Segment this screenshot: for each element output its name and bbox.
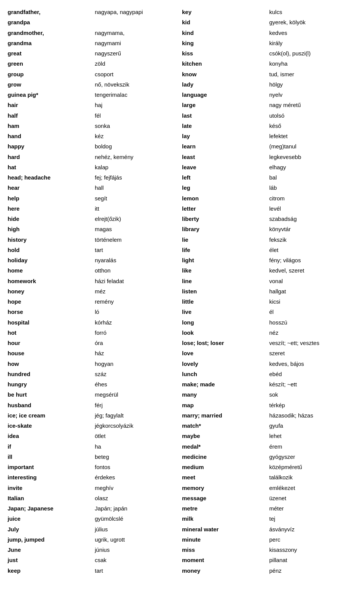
entry-hu2-5: konyha [269, 58, 356, 69]
entry-en-41: idea [8, 431, 95, 441]
entry-en2-29: live [182, 307, 269, 317]
entry-en-51: jump, jumped [8, 534, 95, 545]
entry-en2-36: make; made [182, 379, 269, 389]
entry-en-37: be hurt [8, 389, 95, 400]
entry-hu-34: hogyan [95, 359, 182, 369]
entry-en2-42: medal* [182, 441, 269, 452]
entry-hu2-14: legkevesebb [269, 152, 356, 162]
entry-en2-21: library [182, 224, 269, 234]
entry-en-0: grandfather, [8, 7, 95, 17]
entry-hu-9: haj [95, 100, 182, 110]
entry-en-10: half [8, 110, 95, 121]
entry-hu2-47: üzenet [269, 493, 356, 503]
entry-hu2-20: szabadság [269, 214, 356, 224]
entry-hu-30: kórház [95, 317, 182, 328]
entry-hu2-35: ebéd [269, 369, 356, 379]
entry-en2-23: life [182, 245, 269, 255]
entry-hu2-2: kedves [269, 28, 356, 38]
entry-en-35: hundred [8, 369, 95, 379]
entry-en2-39: marry; married [182, 410, 269, 421]
entry-en-4: great [8, 48, 95, 58]
entry-hu-21: magas [95, 224, 182, 234]
entry-en2-44: medium [182, 462, 269, 472]
entry-en-3: grandma [8, 38, 95, 48]
entry-hu-40: jégkorcsolyázik [95, 421, 182, 431]
dictionary-grid: grandfather,nagyapa, nagypapikeykulcsgra… [8, 7, 356, 576]
entry-en2-13: learn [182, 141, 269, 151]
entry-hu2-32: veszít; ~ett; vesztes [269, 338, 356, 348]
entry-hu2-46: emlékezet [269, 483, 356, 493]
entry-hu-37: megsérül [95, 389, 182, 400]
entry-hu2-9: nagy méretű [269, 100, 356, 110]
entry-hu2-10: utolsó [269, 110, 356, 121]
entry-hu-13: boldog [95, 141, 182, 151]
entry-hu2-34: kedves, bájos [269, 359, 356, 369]
entry-en-47: Italian [8, 493, 95, 503]
entry-en2-51: minute [182, 534, 269, 545]
entry-en2-9: large [182, 100, 269, 110]
entry-en-49: juice [8, 514, 95, 524]
entry-en2-31: look [182, 328, 269, 338]
entry-en2-11: late [182, 121, 269, 131]
entry-en-38: husband [8, 400, 95, 410]
entry-en-30: hospital [8, 317, 95, 328]
entry-hu-54: tart [95, 565, 182, 576]
entry-en-5: green [8, 58, 95, 69]
entry-en2-12: lay [182, 131, 269, 141]
entry-en-45: interesting [8, 472, 95, 482]
entry-hu2-22: fekszik [269, 235, 356, 245]
entry-hu-18: segít [95, 193, 182, 203]
entry-en2-19: letter [182, 203, 269, 214]
entry-en-54: keep [8, 565, 95, 576]
entry-en-9: hair [8, 100, 95, 110]
entry-en2-38: map [182, 400, 269, 410]
entry-en2-27: listen [182, 286, 269, 296]
entry-en2-34: lovely [182, 359, 269, 369]
entry-hu2-24: fény; világos [269, 255, 356, 265]
entry-hu-4: nagyszerű [95, 48, 182, 58]
entry-hu2-37: sok [269, 389, 356, 400]
entry-hu2-40: gyufa [269, 421, 356, 431]
entry-hu-10: fél [95, 110, 182, 121]
entry-en2-54: money [182, 565, 269, 576]
entry-hu2-31: néz [269, 328, 356, 338]
entry-hu-41: ötlet [95, 431, 182, 441]
entry-en-16: head; headache [8, 172, 95, 183]
entry-hu2-30: hosszú [269, 317, 356, 328]
entry-en-36: hungry [8, 379, 95, 389]
entry-en-21: high [8, 224, 95, 234]
entry-hu-8: tengerimalac [95, 90, 182, 100]
entry-en-22: history [8, 235, 95, 245]
entry-hu-39: jég; fagylalt [95, 410, 182, 421]
entry-en2-40: match* [182, 421, 269, 431]
entry-hu2-6: tud, ismer [269, 69, 356, 79]
entry-en-17: hear [8, 183, 95, 193]
entry-en-32: hour [8, 338, 95, 348]
entry-en2-53: moment [182, 555, 269, 565]
entry-en2-47: message [182, 493, 269, 503]
entry-en2-7: lady [182, 79, 269, 90]
entry-hu2-4: csók(ol), puszi(l) [269, 48, 356, 58]
entry-en2-52: miss [182, 545, 269, 555]
entry-en-43: ill [8, 452, 95, 462]
entry-hu-15: kalap [95, 162, 182, 172]
entry-hu2-33: szeret [269, 348, 356, 358]
entry-en2-0: key [182, 7, 269, 17]
entry-hu-1 [95, 17, 182, 27]
entry-en2-5: kitchen [182, 58, 269, 69]
entry-en2-33: love [182, 348, 269, 358]
entry-hu-28: remény [95, 296, 182, 307]
entry-hu-5: zöld [95, 58, 182, 69]
entry-en2-41: maybe [182, 431, 269, 441]
entry-hu-22: történelem [95, 235, 182, 245]
entry-en2-49: milk [182, 514, 269, 524]
entry-en2-37: many [182, 389, 269, 400]
entry-hu-11: sonka [95, 121, 182, 131]
entry-hu2-8: nyelv [269, 90, 356, 100]
entry-hu2-3: király [269, 38, 356, 48]
entry-en-19: here [8, 203, 95, 214]
entry-en2-18: lemon [182, 193, 269, 203]
entry-en2-1: kid [182, 17, 269, 27]
entry-hu-7: nő, növekszik [95, 79, 182, 90]
entry-hu2-21: könyvtár [269, 224, 356, 234]
